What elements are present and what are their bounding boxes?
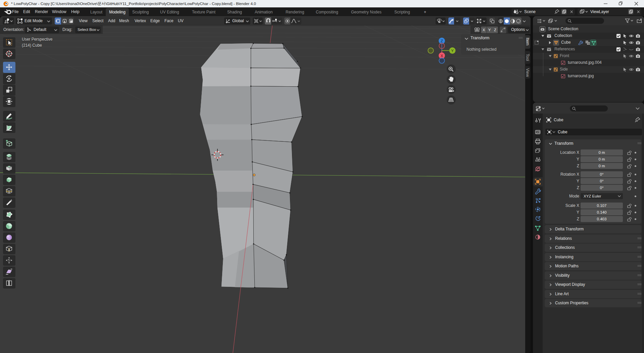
svg-text:Y: Y <box>451 49 454 53</box>
svg-text:X: X <box>441 54 443 58</box>
svg-text:Z: Z <box>441 39 443 43</box>
